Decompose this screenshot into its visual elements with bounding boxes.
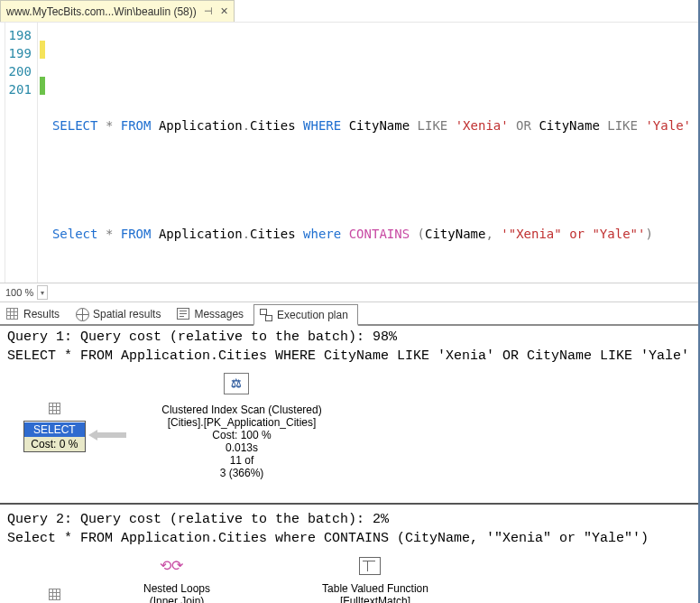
- close-icon[interactable]: ✕: [220, 5, 228, 17]
- tvf-top-icon: [357, 555, 382, 580]
- tab-results[interactable]: Results: [0, 302, 69, 324]
- document-tab-title: www.MyTecBits.com...Win\beaulin (58)): [6, 5, 197, 18]
- plan-arrow: [88, 431, 126, 440]
- plan-divider: [0, 503, 698, 505]
- select-cost: Cost: 0 %: [24, 437, 85, 451]
- globe-icon: [76, 308, 88, 320]
- query1-diagram: ⚖ SELECT Cost: 0 % Clustered Index Scan …: [7, 367, 691, 494]
- scales-icon: ⚖: [231, 377, 242, 390]
- sql-editor[interactable]: 198 199 200 201 SELECT * FROM Applicatio…: [0, 22, 698, 283]
- query2-sql: Select * FROM Application.Cities where C…: [7, 531, 691, 546]
- zoom-bar: 100 % ▾: [0, 283, 698, 302]
- tab-label: Spatial results: [93, 308, 161, 320]
- op-line: [Cities].[PK_Application_Cities]: [129, 416, 355, 429]
- zoom-dropdown-icon[interactable]: ▾: [37, 285, 48, 300]
- code-line[interactable]: [52, 62, 691, 80]
- query2-diagram: ⟲⟳ SELECT Cost: 0 % Nested Loops (Inner …: [7, 550, 691, 603]
- op-line: (Inner Join): [123, 595, 231, 603]
- change-markers: [38, 23, 45, 283]
- scan-top-icon: ⚖: [224, 373, 249, 397]
- grid-icon: [6, 308, 19, 320]
- select-operator[interactable]: SELECT Cost: 0 %: [23, 398, 86, 452]
- line-number: 198: [9, 26, 32, 44]
- results-tab-strip: Results Spatial results Messages Executi…: [0, 302, 698, 326]
- code-line[interactable]: SELECT * FROM Application.Cities WHERE C…: [52, 116, 691, 135]
- execution-plan-icon: [260, 309, 272, 321]
- code-line[interactable]: [52, 171, 691, 189]
- op-line: 0.013s: [129, 441, 355, 454]
- zoom-value: 100 %: [5, 287, 33, 298]
- tab-label: Results: [23, 308, 60, 320]
- nested-loops-operator[interactable]: Nested Loops (Inner Join) Cost: 1 % 0.00…: [123, 582, 231, 603]
- tab-execution-plan[interactable]: Execution plan: [253, 304, 358, 326]
- op-line: 3 (366%): [129, 467, 355, 479]
- query1-cost-header: Query 1: Query cost (relative to the bat…: [7, 329, 691, 345]
- op-line: 11 of: [129, 454, 355, 467]
- op-line: Table Valued Function: [294, 582, 456, 595]
- op-line: [FulltextMatch]: [294, 595, 456, 603]
- line-number-gutter: 198 199 200 201: [5, 23, 38, 283]
- op-line: Cost: 100 %: [129, 429, 355, 441]
- query1-sql: SELECT * FROM Application.Cities WHERE C…: [7, 348, 691, 364]
- tab-label: Messages: [194, 308, 244, 320]
- pin-icon[interactable]: ⊣: [204, 5, 213, 17]
- op-line: Clustered Index Scan (Clustered): [129, 404, 355, 416]
- line-number: 200: [9, 62, 32, 80]
- tab-label: Execution plan: [277, 309, 348, 321]
- op-line: Nested Loops: [123, 582, 231, 595]
- table-icon: [43, 398, 65, 418]
- line-number: 201: [9, 80, 32, 98]
- query2-cost-header: Query 2: Query cost (relative to the bat…: [7, 512, 691, 527]
- line-number: 199: [9, 44, 32, 62]
- table-icon: [43, 584, 65, 603]
- messages-icon: [177, 308, 189, 320]
- clustered-index-scan-operator[interactable]: Clustered Index Scan (Clustered) [Cities…: [129, 404, 355, 479]
- document-tab-bar: www.MyTecBits.com...Win\beaulin (58)) ⊣ …: [0, 0, 698, 22]
- function-icon: [359, 556, 381, 576]
- tab-messages[interactable]: Messages: [170, 302, 253, 324]
- table-valued-function-operator[interactable]: Table Valued Function [FulltextMatch] Co…: [294, 582, 456, 603]
- loops-top-icon: ⟲⟳: [159, 555, 184, 580]
- tab-spatial-results[interactable]: Spatial results: [69, 302, 170, 324]
- document-tab[interactable]: www.MyTecBits.com...Win\beaulin (58)) ⊣ …: [0, 0, 235, 22]
- execution-plan-pane[interactable]: Query 1: Query cost (relative to the bat…: [0, 326, 698, 603]
- code-line[interactable]: Select * FROM Application.Cities where C…: [52, 225, 691, 243]
- nested-loops-icon: ⟲⟳: [160, 560, 183, 572]
- code-area[interactable]: SELECT * FROM Application.Cities WHERE C…: [45, 23, 698, 283]
- select-label: SELECT: [24, 422, 85, 437]
- select-operator[interactable]: SELECT Cost: 0 %: [31, 584, 78, 603]
